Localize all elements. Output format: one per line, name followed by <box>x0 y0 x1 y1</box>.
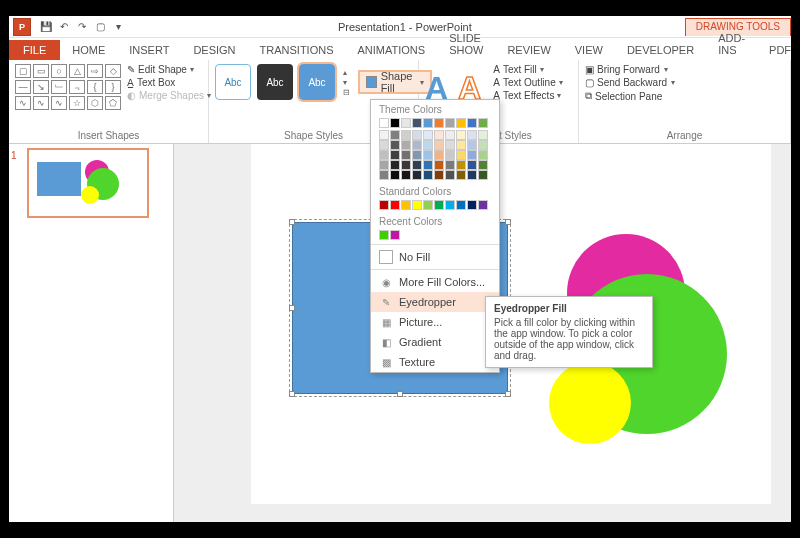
gallery-down-icon[interactable]: ▾ <box>343 78 350 87</box>
color-swatch[interactable] <box>467 118 477 128</box>
color-swatch[interactable] <box>412 118 422 128</box>
bring-forward-button[interactable]: ▣Bring Forward▾ <box>585 64 675 75</box>
color-swatch[interactable] <box>379 200 389 210</box>
theme-colors-row[interactable] <box>379 118 491 128</box>
color-swatch[interactable] <box>434 170 444 180</box>
color-swatch[interactable] <box>478 160 488 170</box>
color-swatch[interactable] <box>390 150 400 160</box>
color-swatch[interactable] <box>412 130 422 140</box>
standard-colors-row[interactable] <box>379 200 491 210</box>
gallery-more-icon[interactable]: ⊟ <box>343 88 350 97</box>
recent-colors-row[interactable] <box>379 230 491 240</box>
shape-yellow-circle[interactable] <box>549 362 631 444</box>
shape-style-2[interactable]: Abc <box>257 64 293 100</box>
color-swatch[interactable] <box>445 130 455 140</box>
shape-style-gallery[interactable]: Abc Abc Abc <box>215 64 335 100</box>
undo-icon[interactable]: ↶ <box>57 20 71 34</box>
color-swatch[interactable] <box>478 170 488 180</box>
tab-animations[interactable]: ANIMATIONS <box>346 40 438 60</box>
color-swatch[interactable] <box>467 200 477 210</box>
color-swatch[interactable] <box>401 150 411 160</box>
color-swatch[interactable] <box>401 200 411 210</box>
color-swatch[interactable] <box>467 140 477 150</box>
color-swatch[interactable] <box>434 118 444 128</box>
color-swatch[interactable] <box>445 170 455 180</box>
color-swatch[interactable] <box>456 118 466 128</box>
qat-more-icon[interactable]: ▾ <box>111 20 125 34</box>
no-fill-item[interactable]: No Fill <box>371 247 499 267</box>
text-outline-button[interactable]: AText Outline▾ <box>493 77 562 88</box>
color-swatch[interactable] <box>445 150 455 160</box>
color-swatch[interactable] <box>379 170 389 180</box>
color-swatch[interactable] <box>401 140 411 150</box>
selection-pane-button[interactable]: ⧉Selection Pane <box>585 90 675 102</box>
tab-home[interactable]: HOME <box>60 40 117 60</box>
resize-handle[interactable] <box>289 305 295 311</box>
color-swatch[interactable] <box>423 150 433 160</box>
color-swatch[interactable] <box>401 170 411 180</box>
color-swatch[interactable] <box>412 160 422 170</box>
text-fill-button[interactable]: AText Fill▾ <box>493 64 562 75</box>
color-swatch[interactable] <box>478 200 488 210</box>
shape-style-3[interactable]: Abc <box>299 64 335 100</box>
gradient-fill-item[interactable]: ◧Gradient▸ <box>371 332 499 352</box>
color-swatch[interactable] <box>423 160 433 170</box>
color-swatch[interactable] <box>456 200 466 210</box>
color-swatch[interactable] <box>456 140 466 150</box>
color-swatch[interactable] <box>379 140 389 150</box>
gallery-up-icon[interactable]: ▴ <box>343 68 350 77</box>
color-swatch[interactable] <box>423 170 433 180</box>
tab-transitions[interactable]: TRANSITIONS <box>248 40 346 60</box>
edit-shape-button[interactable]: ✎Edit Shape▾ <box>127 64 211 75</box>
color-swatch[interactable] <box>423 140 433 150</box>
color-swatch[interactable] <box>390 160 400 170</box>
shape-style-1[interactable]: Abc <box>215 64 251 100</box>
color-swatch[interactable] <box>478 130 488 140</box>
resize-handle[interactable] <box>505 219 511 225</box>
color-swatch[interactable] <box>412 140 422 150</box>
color-swatch[interactable] <box>390 200 400 210</box>
tab-review[interactable]: REVIEW <box>495 40 562 60</box>
color-swatch[interactable] <box>390 140 400 150</box>
theme-shades-grid[interactable] <box>379 130 491 180</box>
color-swatch[interactable] <box>401 160 411 170</box>
tab-view[interactable]: VIEW <box>563 40 615 60</box>
color-swatch[interactable] <box>423 130 433 140</box>
color-swatch[interactable] <box>456 130 466 140</box>
color-swatch[interactable] <box>434 160 444 170</box>
texture-fill-item[interactable]: ▩Texture▸ <box>371 352 499 372</box>
color-swatch[interactable] <box>434 200 444 210</box>
color-swatch[interactable] <box>423 200 433 210</box>
color-swatch[interactable] <box>445 118 455 128</box>
color-swatch[interactable] <box>445 160 455 170</box>
color-swatch[interactable] <box>467 170 477 180</box>
tab-design[interactable]: DESIGN <box>181 40 247 60</box>
color-swatch[interactable] <box>445 140 455 150</box>
resize-handle[interactable] <box>289 219 295 225</box>
tab-slideshow[interactable]: SLIDE SHOW <box>437 28 495 60</box>
redo-icon[interactable]: ↷ <box>75 20 89 34</box>
color-swatch[interactable] <box>412 170 422 180</box>
color-swatch[interactable] <box>467 150 477 160</box>
color-swatch[interactable] <box>401 118 411 128</box>
color-swatch[interactable] <box>412 150 422 160</box>
color-swatch[interactable] <box>379 150 389 160</box>
resize-handle[interactable] <box>289 391 295 397</box>
tab-insert[interactable]: INSERT <box>117 40 181 60</box>
resize-handle[interactable] <box>505 391 511 397</box>
color-swatch[interactable] <box>412 200 422 210</box>
color-swatch[interactable] <box>478 150 488 160</box>
start-slideshow-icon[interactable]: ▢ <box>93 20 107 34</box>
resize-handle[interactable] <box>397 391 403 397</box>
color-swatch[interactable] <box>390 230 400 240</box>
color-swatch[interactable] <box>390 170 400 180</box>
color-swatch[interactable] <box>379 130 389 140</box>
save-icon[interactable]: 💾 <box>39 20 53 34</box>
color-swatch[interactable] <box>467 160 477 170</box>
color-swatch[interactable] <box>390 118 400 128</box>
tab-addins[interactable]: ADD-INS <box>706 28 757 60</box>
text-effects-button[interactable]: AText Effects▾ <box>493 90 562 101</box>
eyedropper-item[interactable]: ✎Eyedropper <box>371 292 499 312</box>
color-swatch[interactable] <box>456 170 466 180</box>
color-swatch[interactable] <box>379 160 389 170</box>
